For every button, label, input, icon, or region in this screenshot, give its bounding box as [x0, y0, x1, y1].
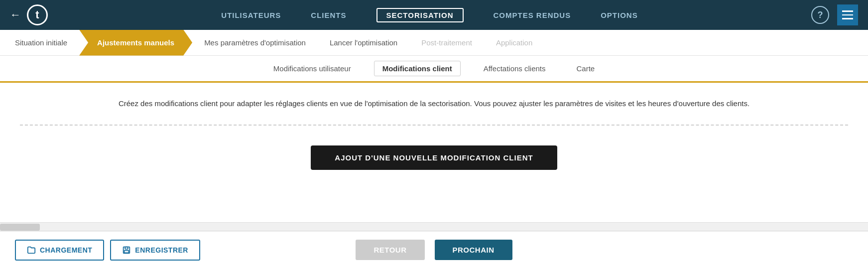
nav-clients[interactable]: CLIENTS: [311, 9, 346, 21]
footer-bar: CHARGEMENT ENREGISTRER RETOUR PROCHAIN: [0, 231, 868, 268]
breadcrumb-ajustements-manuels[interactable]: Ajustements manuels: [79, 30, 192, 56]
sub-tab-modifications-utilisateur[interactable]: Modifications utilisateur: [265, 61, 359, 76]
menu-line-2: [842, 14, 853, 16]
breadcrumb: Situation initiale Ajustements manuels M…: [0, 30, 868, 56]
sub-tab-affectations-clients[interactable]: Affectations clients: [476, 61, 554, 76]
back-button[interactable]: ←: [10, 8, 21, 21]
top-navigation: ← t UTILISATEURS CLIENTS SECTORISATION C…: [0, 0, 868, 30]
menu-button[interactable]: [837, 4, 858, 25]
prochain-button[interactable]: PROCHAIN: [435, 240, 512, 260]
breadcrumb-situation-initiale[interactable]: Situation initiale: [10, 30, 79, 56]
breadcrumb-lancer-optimisation[interactable]: Lancer l'optimisation: [318, 30, 409, 56]
svg-rect-1: [125, 247, 128, 249]
breadcrumb-mes-parametres[interactable]: Mes paramètres d'optimisation: [192, 30, 318, 56]
add-modification-button[interactable]: AJOUT D'UNE NOUVELLE MODIFICATION CLIENT: [311, 145, 557, 170]
dashed-divider: [20, 125, 848, 126]
scroll-track[interactable]: [0, 222, 868, 231]
nav-options[interactable]: OPTIONS: [601, 9, 638, 21]
nav-utilisateurs[interactable]: UTILISATEURS: [221, 9, 281, 21]
help-button[interactable]: ?: [811, 6, 829, 24]
nav-sectorisation[interactable]: SECTORISATION: [376, 8, 464, 22]
description-text: Créez des modifications client pour adap…: [86, 98, 783, 110]
sub-tab-modifications-client[interactable]: Modifications client: [374, 61, 461, 76]
scroll-thumb[interactable]: [0, 224, 40, 231]
sub-tabs: Modifications utilisateur Modifications …: [0, 56, 868, 83]
nav-links: UTILISATEURS CLIENTS SECTORISATION COMPT…: [78, 8, 781, 22]
nav-comptes-rendus[interactable]: COMPTES RENDUS: [494, 9, 571, 21]
breadcrumb-post-traitement: Post-traitement: [409, 30, 484, 56]
enregistrer-button[interactable]: ENREGISTRER: [110, 240, 200, 261]
footer-left-buttons: CHARGEMENT ENREGISTRER: [15, 240, 200, 261]
svg-rect-2: [124, 250, 129, 253]
sub-tab-carte[interactable]: Carte: [569, 61, 603, 76]
retour-button: RETOUR: [356, 240, 424, 260]
folder-icon: [27, 246, 36, 255]
menu-line-1: [842, 10, 853, 12]
logo[interactable]: t: [27, 4, 48, 25]
menu-line-3: [842, 18, 853, 19]
nav-right: ?: [811, 4, 858, 25]
save-icon: [122, 246, 131, 255]
chargement-button[interactable]: CHARGEMENT: [15, 240, 104, 261]
main-content: Créez des modifications client pour adap…: [0, 83, 868, 222]
breadcrumb-application: Application: [484, 30, 544, 56]
add-button-container: AJOUT D'UNE NOUVELLE MODIFICATION CLIENT: [20, 145, 848, 170]
